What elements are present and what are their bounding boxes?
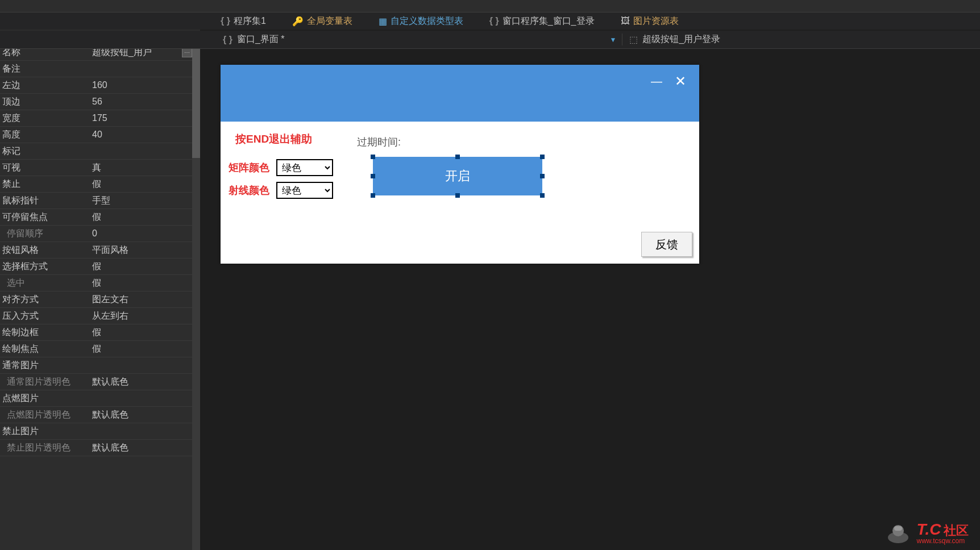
property-value[interactable]: 假 [90,343,200,355]
start-button-selection[interactable]: 开启 [373,157,542,195]
resize-handle-bm[interactable] [455,193,460,198]
property-label: 点燃图片透明色 [0,409,90,421]
resize-handle-tl[interactable] [371,155,375,159]
form-body: 按END退出辅助 过期时间: 矩阵颜色 绿色 射线颜色 绿色 开启 [221,122,699,264]
property-row[interactable]: 绘制焦点假 [0,341,200,357]
tab-全局变量表[interactable]: 🔑全局变量表 [288,15,357,27]
resize-handle-br[interactable] [540,193,545,198]
property-row[interactable]: 备注 [0,61,200,77]
watermark-sq: 社区 [944,523,969,538]
property-label: 左边 [0,80,90,91]
property-value[interactable]: 56 [90,97,200,107]
property-row[interactable]: 停留顺序0 [0,226,200,242]
property-value[interactable]: 假 [90,327,200,339]
property-row[interactable]: 鼠标指针手型 [0,193,200,209]
property-row[interactable]: 顶边56 [0,94,200,110]
chevron-down-icon[interactable]: ▼ [609,36,616,44]
property-label: 宽度 [0,113,90,124]
property-row[interactable]: 对齐方式图左文右 [0,291,200,308]
property-value[interactable]: 假 [90,211,200,223]
ray-color-select[interactable]: 绿色 [276,182,333,199]
image-icon: 🖼 [621,16,630,26]
property-row[interactable]: 左边160 [0,77,200,94]
property-value[interactable]: 160 [90,80,200,90]
property-label: 备注 [0,63,90,75]
property-row[interactable]: 绘制边框假 [0,324,200,341]
property-value[interactable]: 默认底色 [90,409,200,421]
tab-图片资源表[interactable]: 🖼图片资源表 [616,15,683,27]
property-row[interactable]: 禁止图片透明色默认底色 [0,440,200,456]
tab-自定义数据类型表[interactable]: ▦自定义数据类型表 [374,15,468,27]
property-label: 可停留焦点 [0,211,90,223]
property-label: 选择框方式 [0,261,90,273]
tab-label: 图片资源表 [633,15,679,27]
property-row[interactable]: 高度40 [0,127,200,143]
property-value[interactable]: 40 [90,130,200,140]
property-label: 标记 [0,145,90,157]
property-value[interactable]: 从左到右 [90,310,200,322]
property-value[interactable]: 假 [90,277,200,289]
property-label: 点燃图片 [0,393,90,405]
tab-super-button-login[interactable]: ⬚ 超级按钮_用户登录 [622,34,727,45]
start-button[interactable]: 开启 [373,157,542,195]
resize-handle-tm[interactable] [455,155,460,159]
property-row[interactable]: 通常图片透明色默认底色 [0,374,200,390]
property-value[interactable]: 真 [90,162,200,174]
tab-label: 窗口程序集_窗口_登录 [503,15,595,27]
grid-icon: ▦ [379,16,387,27]
tab-label: 程序集1 [234,15,266,27]
property-row[interactable]: 点燃图片透明色默认底色 [0,407,200,423]
property-value[interactable]: 图左文右 [90,294,200,306]
property-value[interactable]: 默认底色 [90,376,200,388]
property-label: 顶边 [0,96,90,108]
property-row[interactable]: 禁止假 [0,176,200,193]
watermark-url: www.tcsqw.com [917,538,969,544]
tab-window-ui[interactable]: { } 窗口_界面 * [216,34,291,45]
braces-icon: { } [221,16,230,26]
property-row[interactable]: 通常图片 [0,357,200,374]
property-row[interactable]: 宽度175 [0,110,200,127]
key-icon: 🔑 [292,16,304,27]
property-value[interactable]: 手型 [90,195,200,207]
property-row[interactable]: 选中假 [0,275,200,291]
top-toolbar [0,0,980,13]
property-value[interactable]: 平面风格 [90,244,200,256]
braces-icon: { } [223,35,232,45]
property-row[interactable]: 按钮风格平面风格 [0,242,200,259]
design-canvas: — ✕ 按END退出辅助 过期时间: 矩阵颜色 绿色 射线颜色 绿色 开启 [200,50,980,550]
tab-label: 自定义数据类型表 [391,15,463,27]
resize-handle-bl[interactable] [371,193,375,198]
watermark-icon [884,522,912,544]
feedback-button[interactable]: 反馈 [641,232,692,257]
property-label: 通常图片 [0,360,90,372]
close-button[interactable]: ✕ [672,73,689,90]
property-value[interactable]: 0 [90,228,200,239]
scrollbar-track[interactable] [192,44,200,550]
main-tab-bar: { }程序集1🔑全局变量表▦自定义数据类型表{ }窗口程序集_窗口_登录🖼图片资… [0,13,980,30]
property-value[interactable]: 假 [90,178,200,190]
property-label: 按钮风格 [0,244,90,256]
tab-程序集1[interactable]: { }程序集1 [216,15,271,27]
resize-handle-mr[interactable] [540,174,545,178]
tab-窗口程序集_窗口_登录[interactable]: { }窗口程序集_窗口_登录 [485,15,599,27]
property-row[interactable]: 禁止图片 [0,423,200,440]
property-value[interactable]: 默认底色 [90,442,200,454]
minimize-button[interactable]: — [648,73,665,90]
property-label: 禁止图片透明色 [0,442,90,454]
watermark-tc: T.C [917,520,941,538]
property-row[interactable]: 可停留焦点假 [0,209,200,226]
property-row[interactable]: 点燃图片 [0,390,200,407]
property-row[interactable]: 标记 [0,143,200,160]
property-value[interactable]: 175 [90,113,200,123]
matrix-color-select[interactable]: 绿色 [276,159,333,176]
scrollbar-thumb[interactable] [192,44,200,158]
property-label: 压入方式 [0,310,90,322]
resize-handle-tr[interactable] [540,155,545,159]
property-row[interactable]: 选择框方式假 [0,259,200,275]
property-row[interactable]: 压入方式从左到右 [0,308,200,324]
property-label: 鼠标指针 [0,195,90,207]
design-form-window[interactable]: — ✕ 按END退出辅助 过期时间: 矩阵颜色 绿色 射线颜色 绿色 开启 [221,65,699,264]
property-value[interactable]: 假 [90,261,200,273]
property-row[interactable]: 可视真 [0,160,200,176]
resize-handle-ml[interactable] [371,174,375,178]
